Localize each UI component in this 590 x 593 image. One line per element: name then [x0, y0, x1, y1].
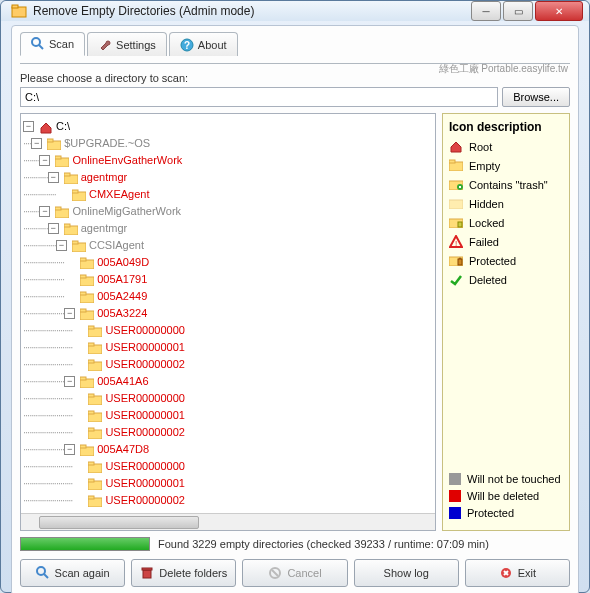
node-label: USER00000000: [105, 322, 185, 339]
main-row: −C:\····−$UPGRADE.~OS········−OnlineEnvG…: [20, 113, 570, 531]
node-label: OnlineMigGatherWork: [72, 203, 181, 220]
svg-rect-33: [88, 360, 94, 363]
tree-node[interactable]: ························USER00000001: [23, 475, 433, 492]
scrollbar-thumb[interactable]: [39, 516, 199, 529]
tree-node[interactable]: ························USER00000002: [23, 492, 433, 509]
folder-icon: [55, 206, 69, 218]
tree-node[interactable]: ····················005A049D: [23, 254, 433, 271]
legend-item: Contains "trash": [449, 178, 563, 192]
svg-rect-11: [64, 173, 70, 176]
node-label: USER00000001: [105, 475, 185, 492]
browse-button[interactable]: Browse...: [502, 87, 570, 107]
tree-node[interactable]: ············−agentmgr: [23, 220, 433, 237]
tree-node[interactable]: ····················−005A41A6: [23, 373, 433, 390]
node-label: OnlineEnvGatherWork: [72, 152, 182, 169]
directory-tree[interactable]: −C:\····−$UPGRADE.~OS········−OnlineEnvG…: [21, 114, 435, 513]
expand-toggle[interactable]: −: [48, 223, 59, 234]
svg-rect-13: [72, 190, 78, 193]
tab-about-label: About: [198, 39, 227, 51]
tree-node[interactable]: ····−$UPGRADE.~OS: [23, 135, 433, 152]
tab-settings[interactable]: Settings: [87, 32, 167, 56]
node-label: USER00000002: [105, 356, 185, 373]
svg-rect-51: [449, 160, 455, 163]
node-label: USER00000000: [105, 390, 185, 407]
tree-node[interactable]: ········−OnlineMigGatherWork: [23, 203, 433, 220]
folder-icon: [72, 240, 86, 252]
legend-item: !Failed: [449, 235, 563, 249]
tree-node[interactable]: ························USER00000002: [23, 424, 433, 441]
horizontal-scrollbar[interactable]: [21, 513, 435, 530]
svg-point-60: [37, 567, 45, 575]
expand-toggle[interactable]: −: [39, 155, 50, 166]
legend-label: Protected: [469, 255, 516, 267]
node-label: USER00000002: [105, 492, 185, 509]
folder-icon: [449, 159, 463, 173]
svg-text:!: !: [455, 239, 457, 248]
svg-rect-47: [88, 479, 94, 482]
tree-node[interactable]: ························USER00000000: [23, 322, 433, 339]
color-swatch: [449, 473, 461, 485]
expand-toggle[interactable]: −: [39, 206, 50, 217]
delete-folders-button[interactable]: Delete folders: [131, 559, 236, 587]
scan-again-button[interactable]: Scan again: [20, 559, 125, 587]
svg-rect-59: [458, 259, 462, 265]
legend-title: Icon description: [449, 120, 563, 134]
exit-button[interactable]: Exit: [465, 559, 570, 587]
expand-toggle[interactable]: −: [64, 376, 75, 387]
legend-label: Contains "trash": [469, 179, 548, 191]
expand-toggle[interactable]: −: [56, 240, 67, 251]
svg-rect-1: [12, 5, 18, 8]
expand-toggle[interactable]: −: [64, 308, 75, 319]
directory-input[interactable]: [20, 87, 498, 107]
folder-icon: [64, 223, 78, 235]
svg-line-3: [39, 45, 43, 49]
svg-rect-17: [64, 224, 70, 227]
trash-icon: [449, 178, 463, 192]
failed-icon: !: [449, 235, 463, 249]
tree-node[interactable]: ························USER00000000: [23, 390, 433, 407]
svg-rect-49: [88, 496, 94, 499]
tree-node[interactable]: ························USER00000001: [23, 407, 433, 424]
tree-node[interactable]: ························USER00000002: [23, 356, 433, 373]
legend-label: Empty: [469, 160, 500, 172]
tree-node[interactable]: ························USER00000000: [23, 458, 433, 475]
tree-node[interactable]: ············−agentmgr: [23, 169, 433, 186]
tree-node[interactable]: ····················−005A47D8: [23, 441, 433, 458]
expand-toggle[interactable]: −: [31, 138, 42, 149]
tree-panel: −C:\····−$UPGRADE.~OS········−OnlineEnvG…: [20, 113, 436, 531]
exit-icon: [499, 566, 513, 580]
expand-toggle[interactable]: −: [48, 172, 59, 183]
expand-toggle[interactable]: −: [23, 121, 34, 132]
tree-node[interactable]: ········−OnlineEnvGatherWork: [23, 152, 433, 169]
tree-node[interactable]: ················−CCSIAgent: [23, 237, 433, 254]
close-button[interactable]: ✕: [535, 1, 583, 21]
legend-label: Hidden: [469, 198, 504, 210]
progress-bar: [20, 537, 150, 551]
legend-color: Will not be touched: [449, 473, 563, 485]
tree-node[interactable]: ················CMXEAgent: [23, 186, 433, 203]
tab-about[interactable]: ? About: [169, 32, 238, 56]
legend-color-label: Protected: [467, 507, 514, 519]
legend-item: Deleted: [449, 273, 563, 287]
show-log-label: Show log: [384, 567, 429, 579]
legend-item: Empty: [449, 159, 563, 173]
minimize-button[interactable]: ─: [471, 1, 501, 21]
dir-row: Browse...: [20, 87, 570, 107]
tree-node[interactable]: −C:\: [23, 118, 433, 135]
folder-icon: [55, 155, 69, 167]
tree-node[interactable]: ····················005A2449: [23, 288, 433, 305]
tree-node[interactable]: ····················−005A3224: [23, 305, 433, 322]
tab-scan[interactable]: Scan: [20, 32, 85, 56]
svg-rect-39: [88, 411, 94, 414]
tree-node[interactable]: ····················005A1791: [23, 271, 433, 288]
node-label: $UPGRADE.~OS: [64, 135, 150, 152]
cancel-label: Cancel: [287, 567, 321, 579]
legend-label: Failed: [469, 236, 499, 248]
tree-node[interactable]: ························USER00000001: [23, 339, 433, 356]
node-label: USER00000001: [105, 407, 185, 424]
node-label: USER00000001: [105, 339, 185, 356]
maximize-button[interactable]: ▭: [503, 1, 533, 21]
progress-fill: [21, 538, 149, 550]
show-log-button[interactable]: Show log: [354, 559, 459, 587]
expand-toggle[interactable]: −: [64, 444, 75, 455]
